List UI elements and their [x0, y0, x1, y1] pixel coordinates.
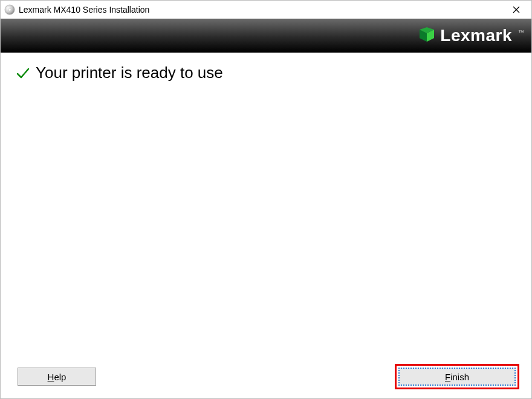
- footer: Help Finish: [1, 362, 531, 398]
- status-row: Your printer is ready to use: [15, 63, 517, 82]
- help-mnemonic: H: [48, 372, 54, 382]
- help-button[interactable]: Help: [18, 368, 96, 386]
- titlebar: Lexmark MX410 Series Installation: [1, 1, 531, 19]
- finish-highlight: Finish: [395, 364, 519, 389]
- close-icon: [513, 6, 520, 13]
- finish-label-rest: inish: [450, 372, 469, 382]
- help-label-rest: elp: [54, 372, 66, 382]
- brand-banner: Lexmark ™: [1, 19, 531, 53]
- lexmark-logo-icon: [418, 27, 435, 44]
- status-message: Your printer is ready to use: [36, 63, 223, 82]
- installer-window: Lexmark MX410 Series Installation Lexmar…: [0, 0, 532, 399]
- finish-mnemonic: F: [445, 372, 450, 382]
- close-button[interactable]: [504, 1, 529, 18]
- content-area: Your printer is ready to use: [1, 53, 531, 362]
- disc-icon: [4, 4, 15, 15]
- window-title: Lexmark MX410 Series Installation: [19, 5, 504, 15]
- trademark-symbol: ™: [518, 29, 524, 36]
- checkmark-icon: [15, 65, 31, 81]
- brand-name: Lexmark: [440, 26, 512, 45]
- finish-button[interactable]: Finish: [398, 368, 516, 386]
- svg-point-1: [8, 8, 11, 10]
